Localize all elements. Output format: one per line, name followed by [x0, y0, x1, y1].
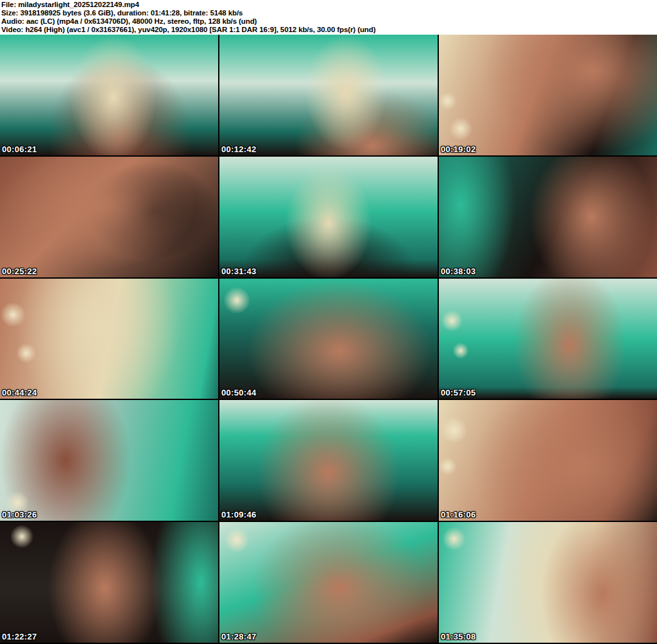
file-info-line-video: Video: h264 (High) (avc1 / 0x31637661), … — [1, 26, 657, 34]
file-info-line-size: Size: 3918198925 bytes (3.6 GiB), durati… — [1, 9, 657, 17]
timestamp-overlay: 01:28:47 — [221, 632, 256, 641]
timestamp-overlay: 00:44:24 — [2, 388, 37, 397]
thumbnail: 01:28:47 — [219, 522, 438, 643]
timestamp-overlay: 01:35:08 — [441, 632, 475, 641]
file-info-header: File: miladystarlight_202512022149.mp4 S… — [0, 0, 657, 35]
timestamp-overlay: 00:38:03 — [441, 266, 475, 276]
thumbnail-grid: 00:06:21 00:12:42 00:19:02 00:25:22 00:3… — [0, 35, 657, 643]
thumbnail: 00:57:05 — [439, 279, 657, 399]
thumbnail: 00:25:22 — [0, 157, 218, 277]
thumbnail: 00:44:24 — [0, 279, 218, 399]
thumbnail: 00:50:44 — [219, 279, 438, 399]
file-info-line-audio: Audio: aac (LC) (mp4a / 0x6134706D), 480… — [1, 17, 657, 26]
timestamp-overlay: 00:06:21 — [2, 144, 37, 154]
timestamp-overlay: 00:31:43 — [221, 266, 256, 276]
thumbnail: 01:16:06 — [439, 400, 657, 521]
timestamp-overlay: 00:50:44 — [221, 388, 256, 397]
thumbnail: 01:22:27 — [0, 522, 218, 643]
thumbnail: 00:19:02 — [439, 35, 657, 155]
thumbnail: 01:35:08 — [439, 522, 657, 643]
thumbnail: 00:38:03 — [439, 157, 657, 277]
thumbnail: 00:31:43 — [219, 157, 438, 277]
timestamp-overlay: 00:57:05 — [441, 388, 475, 397]
thumbnail: 01:03:26 — [0, 400, 218, 521]
timestamp-overlay: 01:09:46 — [221, 510, 256, 519]
timestamp-overlay: 00:25:22 — [2, 266, 37, 276]
timestamp-overlay: 00:12:42 — [221, 144, 256, 154]
file-info-line-file: File: miladystarlight_202512022149.mp4 — [1, 1, 657, 9]
timestamp-overlay: 01:22:27 — [2, 632, 37, 641]
thumbnail: 01:09:46 — [219, 400, 438, 521]
thumbnail: 00:12:42 — [219, 35, 438, 155]
thumbnail: 00:06:21 — [0, 35, 218, 155]
timestamp-overlay: 01:16:06 — [441, 510, 475, 519]
timestamp-overlay: 01:03:26 — [2, 510, 37, 519]
timestamp-overlay: 00:19:02 — [441, 144, 475, 154]
video-contact-sheet: File: miladystarlight_202512022149.mp4 S… — [0, 0, 657, 644]
